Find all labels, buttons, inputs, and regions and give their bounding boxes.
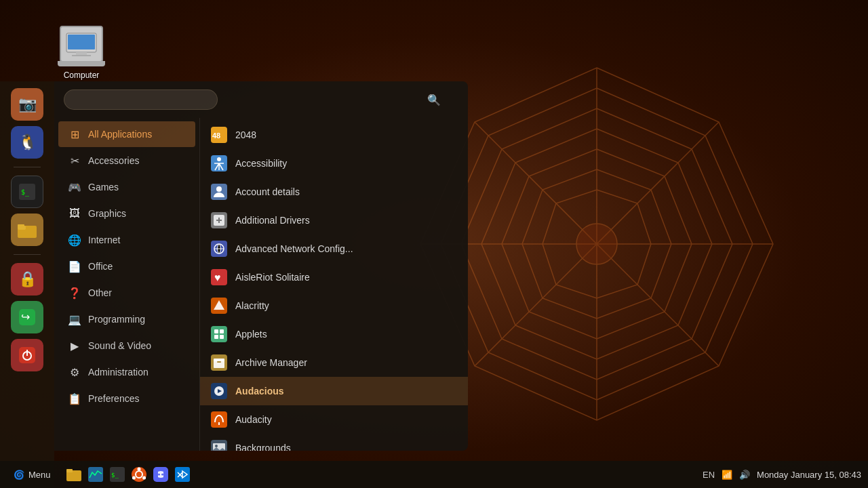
category-item-programming[interactable]: 💻Programming	[58, 306, 195, 332]
category-icon-preferences: 📋	[68, 392, 81, 405]
app-label-applets: Applets	[235, 329, 267, 340]
category-item-internet[interactable]: 🌐Internet	[58, 227, 195, 253]
svg-line-10	[597, 244, 719, 366]
svg-rect-51	[214, 359, 224, 361]
app-icon-archive	[211, 354, 227, 371]
category-label-games: Games	[88, 182, 119, 192]
category-item-administration[interactable]: ⚙Administration	[58, 359, 195, 385]
svg-text:48: 48	[212, 131, 220, 140]
dock-item-lock[interactable]: 🔒	[11, 263, 43, 296]
svg-rect-46	[220, 329, 224, 333]
category-icon-other: ❓	[68, 286, 81, 300]
category-icon-graphics: 🖼	[68, 207, 81, 220]
category-label-internet: Internet	[88, 235, 120, 245]
svg-rect-56	[211, 411, 227, 428]
svg-text:♥: ♥	[214, 272, 221, 283]
svg-point-73	[161, 474, 163, 476]
app-item-2048[interactable]: 48 2048	[200, 121, 468, 149]
category-item-graphics[interactable]: 🖼Graphics	[58, 201, 195, 226]
taskbar-sysmon-icon[interactable]	[86, 465, 105, 484]
taskbar-files-icon[interactable]	[64, 465, 83, 484]
lang-indicator: EN	[703, 470, 715, 480]
app-item-accessibility[interactable]: Accessibility	[200, 149, 468, 178]
app-label-advanced-network: Advanced Network Config...	[235, 243, 353, 254]
app-icon-backgrounds	[211, 440, 227, 451]
taskbar-ubuntu-icon[interactable]	[130, 465, 149, 484]
dock-item-files[interactable]	[11, 214, 43, 246]
dock-item-screenshots[interactable]: 📷	[11, 88, 43, 121]
category-label-preferences: Preferences	[88, 393, 139, 404]
search-bar: 🔍	[54, 81, 468, 118]
app-item-account[interactable]: Account details	[200, 178, 468, 206]
app-icon-additional-drivers	[211, 212, 227, 228]
app-menu-panel: 🔍 ⊞All Applications✂Accessories🎮Games🖼Gr…	[54, 81, 468, 451]
category-item-other[interactable]: ❓Other	[58, 280, 195, 306]
dock: 📷 🐧 $_ 🔒 ↪	[0, 81, 54, 488]
app-label-account: Account details	[235, 186, 300, 197]
taskbar-apps: $_	[64, 465, 698, 484]
svg-point-33	[217, 157, 221, 161]
category-icon-office: 📄	[68, 260, 81, 273]
taskbar-vscode-icon[interactable]	[173, 465, 192, 484]
svg-rect-45	[214, 329, 218, 333]
search-icon: 🔍	[427, 94, 441, 106]
app-item-advanced-network[interactable]: Advanced Network Config...	[200, 235, 468, 263]
svg-point-35	[216, 186, 222, 192]
category-label-all: All Applications	[88, 129, 152, 140]
app-label-audacious: Audacious	[235, 386, 284, 396]
svg-point-70	[132, 476, 135, 480]
taskbar: 🌀 Menu $_	[0, 461, 868, 488]
app-label-audacity: Audacity	[235, 414, 272, 425]
category-item-accessories[interactable]: ✂Accessories	[58, 148, 195, 174]
apps-list-panel: 48 2048 Accessibility Account details Ad…	[200, 118, 468, 451]
menu-label: Menu	[28, 470, 51, 480]
app-label-aisleriot: AisleRiot Solitaire	[235, 272, 310, 283]
computer-icon-label: Computer	[64, 70, 100, 80]
search-input[interactable]	[64, 89, 218, 110]
taskbar-clock: Monday January 15, 08:43	[757, 470, 861, 480]
taskbar-discord-icon[interactable]	[151, 465, 170, 484]
svg-point-69	[142, 476, 146, 480]
app-label-archive: Archive Manager	[235, 357, 307, 368]
svg-point-68	[137, 468, 140, 471]
category-item-sound-video[interactable]: ▶Sound & Video	[58, 333, 195, 359]
category-label-other: Other	[88, 287, 112, 298]
app-item-additional-drivers[interactable]: Additional Drivers	[200, 206, 468, 235]
app-label-backgrounds: Backgrounds	[235, 443, 291, 451]
app-label-2048: 2048	[235, 129, 256, 140]
svg-rect-18	[76, 52, 87, 55]
dock-item-logout[interactable]: ↪	[11, 301, 43, 333]
category-item-office[interactable]: 📄Office	[58, 253, 195, 279]
svg-point-15	[576, 224, 617, 264]
svg-text:$_: $_	[21, 188, 30, 197]
app-label-alacritty: Alacritty	[235, 300, 269, 311]
dock-divider-2	[14, 254, 41, 255]
app-label-additional-drivers: Additional Drivers	[235, 215, 310, 226]
svg-text:$_: $_	[111, 472, 119, 479]
dock-item-power[interactable]	[11, 339, 43, 371]
dock-item-terminal[interactable]: $_	[11, 176, 43, 208]
category-item-all[interactable]: ⊞All Applications	[58, 121, 195, 147]
app-icon-advanced-network	[211, 241, 227, 257]
category-item-games[interactable]: 🎮Games	[58, 174, 195, 200]
app-item-backgrounds[interactable]: Backgrounds	[200, 434, 468, 451]
computer-desktop-icon[interactable]: Computer	[54, 20, 108, 85]
app-item-audacity[interactable]: Audacity	[200, 405, 468, 434]
dock-item-pidgin[interactable]: 🐧	[11, 126, 43, 159]
svg-point-72	[158, 474, 160, 476]
app-item-aisleriot[interactable]: ♥ AisleRiot Solitaire	[200, 263, 468, 291]
app-icon-account	[211, 184, 227, 200]
category-label-administration: Administration	[88, 367, 149, 378]
app-item-alacritty[interactable]: Alacritty	[200, 291, 468, 320]
app-item-audacious[interactable]: Audacious	[200, 377, 468, 405]
taskbar-terminal-icon[interactable]: $_	[108, 465, 127, 484]
svg-rect-44	[211, 326, 227, 342]
taskbar-menu-button[interactable]: 🌀 Menu	[7, 467, 58, 483]
app-item-applets[interactable]: Applets	[200, 320, 468, 348]
app-item-archive[interactable]: Archive Manager	[200, 348, 468, 377]
svg-rect-19	[72, 55, 91, 56]
svg-rect-62	[66, 469, 73, 472]
category-item-preferences[interactable]: 📋Preferences	[58, 386, 195, 411]
app-icon-aisleriot: ♥	[211, 269, 227, 285]
app-icon-audacious	[211, 383, 227, 399]
